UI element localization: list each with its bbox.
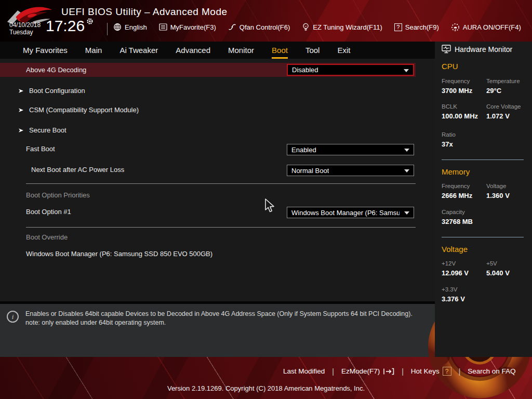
last-modified-button[interactable]: Last Modified: [283, 367, 325, 375]
caret-down-icon: [404, 211, 409, 215]
stat: Frequency 3700 MHz: [442, 78, 486, 95]
voltage-stats-row: +12V 12.096 V +5V 5.040 V: [442, 260, 527, 277]
footer-separator: |: [332, 367, 334, 376]
stat-value: 29°C: [486, 87, 527, 95]
exit-arrow-icon: [383, 368, 394, 375]
time-display: 17:26: [46, 17, 94, 35]
fast-boot-label: Fast Boot: [26, 145, 55, 153]
tab-boot[interactable]: Boot: [272, 42, 288, 59]
sidebar-divider: [442, 159, 524, 160]
search-on-faq-button[interactable]: Search on FAQ: [468, 367, 515, 375]
search-button[interactable]: ? Search(F9): [394, 23, 439, 31]
footer-separator: |: [402, 367, 404, 376]
stat: +5V 5.040 V: [486, 260, 527, 277]
language-button[interactable]: English: [113, 23, 147, 31]
info-circle-icon: i: [7, 311, 19, 323]
stat-value: 100.00 MHz: [442, 112, 486, 120]
fan-icon: [228, 23, 236, 31]
stat-value: 3.376 V: [442, 295, 486, 303]
help-text-line1: Enables or Disables 64bit capable Device…: [25, 310, 413, 318]
stat: Temperature 29°C: [486, 78, 527, 95]
stat-label: +12V: [442, 260, 486, 267]
voltage-section-title: Voltage: [442, 245, 527, 254]
stat-value: 3700 MHz: [442, 87, 486, 95]
stat-value: 37x: [442, 140, 486, 148]
banner-menu: English MyFavorite(F3): [113, 23, 521, 31]
tab-monitor[interactable]: Monitor: [228, 42, 254, 59]
main-nav: My Favorites Main Ai Tweaker Advanced Mo…: [0, 42, 435, 59]
stat-label: Core Voltage: [486, 103, 527, 110]
qfan-label: Qfan Control(F6): [240, 23, 290, 31]
app-title: UEFI BIOS Utility – Advanced Mode: [61, 6, 228, 18]
tab-exit[interactable]: Exit: [337, 42, 350, 59]
fast-boot-value: Enabled: [291, 146, 316, 154]
monitor-icon: [442, 45, 451, 54]
stat-value: 2666 MHz: [442, 192, 486, 200]
date-value: 04/10/2018: [9, 21, 41, 29]
hardware-monitor-header: Hardware Monitor: [442, 45, 527, 54]
boot-settings-panel: Above 4G Decoding Disabled Boot Configur…: [0, 59, 435, 301]
tab-my-favorites[interactable]: My Favorites: [23, 42, 68, 59]
lightbulb-icon: [302, 23, 310, 31]
submenu-csm[interactable]: CSM (Compatibility Support Module): [19, 106, 139, 114]
cpu-stats-row: Frequency 3700 MHz Temperature 29°C: [442, 78, 527, 95]
boot-option-1-value: Windows Boot Manager (P6: Samsung SSD 85…: [291, 209, 400, 217]
ez-tuning-label: EZ Tuning Wizard(F11): [313, 23, 382, 31]
banner-divider: [107, 23, 108, 35]
fast-boot-dropdown[interactable]: Enabled: [287, 144, 414, 155]
hot-keys-label: Hot Keys: [411, 367, 440, 375]
date-display: 04/10/2018 Tuesday: [9, 21, 41, 36]
cpu-section-title: CPU: [442, 62, 527, 71]
memory-section-title: Memory: [442, 167, 527, 176]
stat-label: Ratio: [442, 131, 486, 138]
stat-value: 1.072 V: [486, 112, 527, 120]
stat-value: 12.096 V: [442, 269, 486, 277]
tab-advanced[interactable]: Advanced: [176, 42, 210, 59]
section-divider: [26, 183, 416, 184]
qfan-control-button[interactable]: Qfan Control(F6): [228, 23, 290, 31]
myfavorite-button[interactable]: MyFavorite(F3): [159, 23, 216, 31]
boot-option-1-dropdown[interactable]: Windows Boot Manager (P6: Samsung SSD 85…: [287, 207, 414, 218]
time-value: 17:26: [46, 17, 85, 35]
help-info-panel: i Enables or Disables 64bit capable Devi…: [0, 304, 435, 357]
help-text-line2: note: only enabled under 64bit operating…: [25, 318, 413, 327]
stat: Capacity 32768 MB: [442, 209, 486, 225]
version-text: Version 2.19.1269. Copyright (C) 2018 Am…: [0, 384, 532, 392]
footer: [0, 357, 532, 399]
stat-label: Frequency: [442, 78, 486, 84]
boot-option-1-label: Boot Option #1: [26, 208, 71, 216]
aura-button[interactable]: AURA ON/OFF(F4): [451, 23, 521, 31]
above-4g-value: Disabled: [292, 66, 318, 74]
mouse-cursor: [264, 198, 277, 214]
stat: +12V 12.096 V: [442, 260, 486, 277]
stat: Ratio 37x: [442, 131, 486, 148]
stat-label: Temperature: [486, 78, 527, 84]
tab-main[interactable]: Main: [85, 42, 102, 59]
caret-down-icon: [404, 169, 409, 172]
caret-down-icon: [404, 69, 409, 72]
tab-tool[interactable]: Tool: [305, 42, 320, 59]
stat-label: +5V: [486, 260, 527, 267]
hot-keys-button[interactable]: Hot Keys ?: [411, 367, 451, 376]
gear-icon[interactable]: [86, 18, 94, 25]
boot-priorities-section-title: Boot Option Priorities: [26, 191, 90, 199]
stat-label: Capacity: [442, 209, 486, 215]
caret-down-icon: [404, 149, 409, 152]
above-4g-dropdown[interactable]: Disabled: [287, 64, 414, 76]
submenu-label: Boot Configuration: [29, 87, 85, 95]
section-divider: [26, 227, 416, 228]
stat: BCLK 100.00 MHz: [442, 103, 486, 120]
submenu-secure-boot[interactable]: Secure Boot: [19, 126, 66, 134]
list-icon: [159, 23, 167, 31]
next-boot-dropdown[interactable]: Normal Boot: [287, 165, 414, 176]
boot-override-entry[interactable]: Windows Boot Manager (P6: Samsung SSD 85…: [26, 250, 212, 258]
memory-stats-row: Capacity 32768 MB: [442, 209, 527, 225]
ezmode-button[interactable]: EzMode(F7): [341, 367, 394, 375]
ez-tuning-wizard-button[interactable]: EZ Tuning Wizard(F11): [302, 23, 382, 31]
stat-label: +3.3V: [442, 286, 486, 292]
aura-label: AURA ON/OFF(F4): [463, 23, 521, 31]
tab-ai-tweaker[interactable]: Ai Tweaker: [119, 42, 158, 59]
stat: Frequency 2666 MHz: [442, 183, 486, 200]
hardware-monitor-title: Hardware Monitor: [455, 45, 512, 54]
submenu-boot-configuration[interactable]: Boot Configuration: [19, 87, 85, 95]
